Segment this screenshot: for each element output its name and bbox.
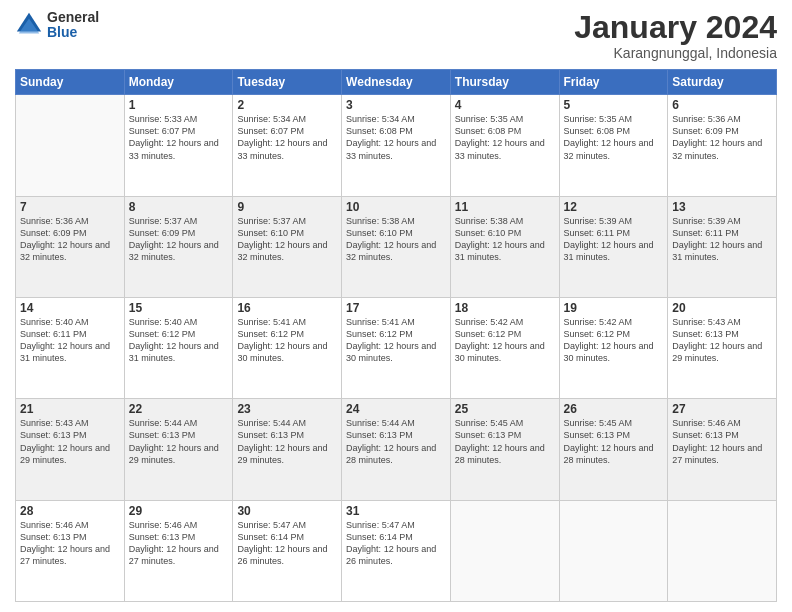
day-info: Sunrise: 5:35 AMSunset: 6:08 PMDaylight:… <box>564 113 664 162</box>
day-info: Sunrise: 5:40 AMSunset: 6:12 PMDaylight:… <box>129 316 229 365</box>
day-number: 1 <box>129 98 229 112</box>
day-info: Sunrise: 5:36 AMSunset: 6:09 PMDaylight:… <box>672 113 772 162</box>
day-info: Sunrise: 5:37 AMSunset: 6:09 PMDaylight:… <box>129 215 229 264</box>
weekday-header-sunday: Sunday <box>16 70 125 95</box>
day-number: 28 <box>20 504 120 518</box>
logo-icon <box>15 11 43 39</box>
month-title: January 2024 <box>574 10 777 45</box>
calendar-cell: 3Sunrise: 5:34 AMSunset: 6:08 PMDaylight… <box>342 95 451 196</box>
calendar-cell: 18Sunrise: 5:42 AMSunset: 6:12 PMDayligh… <box>450 297 559 398</box>
calendar-cell <box>559 500 668 601</box>
calendar-cell: 6Sunrise: 5:36 AMSunset: 6:09 PMDaylight… <box>668 95 777 196</box>
calendar-cell: 9Sunrise: 5:37 AMSunset: 6:10 PMDaylight… <box>233 196 342 297</box>
day-info: Sunrise: 5:43 AMSunset: 6:13 PMDaylight:… <box>672 316 772 365</box>
calendar-week-row: 7Sunrise: 5:36 AMSunset: 6:09 PMDaylight… <box>16 196 777 297</box>
day-number: 27 <box>672 402 772 416</box>
day-info: Sunrise: 5:41 AMSunset: 6:12 PMDaylight:… <box>346 316 446 365</box>
day-info: Sunrise: 5:40 AMSunset: 6:11 PMDaylight:… <box>20 316 120 365</box>
day-number: 3 <box>346 98 446 112</box>
day-info: Sunrise: 5:44 AMSunset: 6:13 PMDaylight:… <box>237 417 337 466</box>
day-info: Sunrise: 5:46 AMSunset: 6:13 PMDaylight:… <box>20 519 120 568</box>
day-number: 15 <box>129 301 229 315</box>
weekday-header-friday: Friday <box>559 70 668 95</box>
day-info: Sunrise: 5:39 AMSunset: 6:11 PMDaylight:… <box>672 215 772 264</box>
calendar-cell: 14Sunrise: 5:40 AMSunset: 6:11 PMDayligh… <box>16 297 125 398</box>
calendar-cell <box>668 500 777 601</box>
day-number: 14 <box>20 301 120 315</box>
calendar-table: SundayMondayTuesdayWednesdayThursdayFrid… <box>15 69 777 602</box>
day-number: 18 <box>455 301 555 315</box>
calendar-cell: 13Sunrise: 5:39 AMSunset: 6:11 PMDayligh… <box>668 196 777 297</box>
day-info: Sunrise: 5:46 AMSunset: 6:13 PMDaylight:… <box>672 417 772 466</box>
day-info: Sunrise: 5:42 AMSunset: 6:12 PMDaylight:… <box>564 316 664 365</box>
day-number: 25 <box>455 402 555 416</box>
calendar-week-row: 14Sunrise: 5:40 AMSunset: 6:11 PMDayligh… <box>16 297 777 398</box>
calendar-cell: 28Sunrise: 5:46 AMSunset: 6:13 PMDayligh… <box>16 500 125 601</box>
calendar-cell: 20Sunrise: 5:43 AMSunset: 6:13 PMDayligh… <box>668 297 777 398</box>
day-number: 21 <box>20 402 120 416</box>
day-number: 8 <box>129 200 229 214</box>
day-number: 16 <box>237 301 337 315</box>
logo-text: General Blue <box>47 10 99 41</box>
calendar-cell: 5Sunrise: 5:35 AMSunset: 6:08 PMDaylight… <box>559 95 668 196</box>
day-number: 2 <box>237 98 337 112</box>
day-number: 26 <box>564 402 664 416</box>
day-number: 17 <box>346 301 446 315</box>
day-info: Sunrise: 5:44 AMSunset: 6:13 PMDaylight:… <box>346 417 446 466</box>
header: General Blue January 2024 Karangnunggal,… <box>15 10 777 61</box>
day-number: 5 <box>564 98 664 112</box>
calendar-cell: 1Sunrise: 5:33 AMSunset: 6:07 PMDaylight… <box>124 95 233 196</box>
calendar-cell: 19Sunrise: 5:42 AMSunset: 6:12 PMDayligh… <box>559 297 668 398</box>
page: General Blue January 2024 Karangnunggal,… <box>0 0 792 612</box>
day-info: Sunrise: 5:43 AMSunset: 6:13 PMDaylight:… <box>20 417 120 466</box>
day-number: 4 <box>455 98 555 112</box>
day-number: 10 <box>346 200 446 214</box>
day-number: 7 <box>20 200 120 214</box>
day-info: Sunrise: 5:38 AMSunset: 6:10 PMDaylight:… <box>455 215 555 264</box>
day-info: Sunrise: 5:35 AMSunset: 6:08 PMDaylight:… <box>455 113 555 162</box>
day-number: 22 <box>129 402 229 416</box>
day-number: 30 <box>237 504 337 518</box>
day-info: Sunrise: 5:42 AMSunset: 6:12 PMDaylight:… <box>455 316 555 365</box>
calendar-cell: 16Sunrise: 5:41 AMSunset: 6:12 PMDayligh… <box>233 297 342 398</box>
day-info: Sunrise: 5:33 AMSunset: 6:07 PMDaylight:… <box>129 113 229 162</box>
day-number: 13 <box>672 200 772 214</box>
calendar-cell: 24Sunrise: 5:44 AMSunset: 6:13 PMDayligh… <box>342 399 451 500</box>
calendar-cell: 2Sunrise: 5:34 AMSunset: 6:07 PMDaylight… <box>233 95 342 196</box>
location-subtitle: Karangnunggal, Indonesia <box>574 45 777 61</box>
day-number: 6 <box>672 98 772 112</box>
calendar-cell: 21Sunrise: 5:43 AMSunset: 6:13 PMDayligh… <box>16 399 125 500</box>
calendar-cell: 10Sunrise: 5:38 AMSunset: 6:10 PMDayligh… <box>342 196 451 297</box>
logo: General Blue <box>15 10 99 41</box>
calendar-cell: 22Sunrise: 5:44 AMSunset: 6:13 PMDayligh… <box>124 399 233 500</box>
day-info: Sunrise: 5:44 AMSunset: 6:13 PMDaylight:… <box>129 417 229 466</box>
title-block: January 2024 Karangnunggal, Indonesia <box>574 10 777 61</box>
calendar-cell: 15Sunrise: 5:40 AMSunset: 6:12 PMDayligh… <box>124 297 233 398</box>
calendar-cell: 11Sunrise: 5:38 AMSunset: 6:10 PMDayligh… <box>450 196 559 297</box>
calendar-cell: 27Sunrise: 5:46 AMSunset: 6:13 PMDayligh… <box>668 399 777 500</box>
day-number: 31 <box>346 504 446 518</box>
calendar-cell: 29Sunrise: 5:46 AMSunset: 6:13 PMDayligh… <box>124 500 233 601</box>
day-number: 20 <box>672 301 772 315</box>
day-info: Sunrise: 5:46 AMSunset: 6:13 PMDaylight:… <box>129 519 229 568</box>
calendar-cell: 26Sunrise: 5:45 AMSunset: 6:13 PMDayligh… <box>559 399 668 500</box>
day-info: Sunrise: 5:47 AMSunset: 6:14 PMDaylight:… <box>237 519 337 568</box>
weekday-header-wednesday: Wednesday <box>342 70 451 95</box>
calendar-week-row: 28Sunrise: 5:46 AMSunset: 6:13 PMDayligh… <box>16 500 777 601</box>
weekday-header-monday: Monday <box>124 70 233 95</box>
calendar-cell: 30Sunrise: 5:47 AMSunset: 6:14 PMDayligh… <box>233 500 342 601</box>
calendar-cell: 23Sunrise: 5:44 AMSunset: 6:13 PMDayligh… <box>233 399 342 500</box>
calendar-week-row: 21Sunrise: 5:43 AMSunset: 6:13 PMDayligh… <box>16 399 777 500</box>
weekday-header-thursday: Thursday <box>450 70 559 95</box>
day-number: 24 <box>346 402 446 416</box>
day-info: Sunrise: 5:34 AMSunset: 6:08 PMDaylight:… <box>346 113 446 162</box>
weekday-header-saturday: Saturday <box>668 70 777 95</box>
day-info: Sunrise: 5:39 AMSunset: 6:11 PMDaylight:… <box>564 215 664 264</box>
day-info: Sunrise: 5:45 AMSunset: 6:13 PMDaylight:… <box>455 417 555 466</box>
weekday-header-tuesday: Tuesday <box>233 70 342 95</box>
calendar-cell: 25Sunrise: 5:45 AMSunset: 6:13 PMDayligh… <box>450 399 559 500</box>
calendar-cell: 4Sunrise: 5:35 AMSunset: 6:08 PMDaylight… <box>450 95 559 196</box>
day-number: 19 <box>564 301 664 315</box>
day-info: Sunrise: 5:38 AMSunset: 6:10 PMDaylight:… <box>346 215 446 264</box>
day-info: Sunrise: 5:36 AMSunset: 6:09 PMDaylight:… <box>20 215 120 264</box>
